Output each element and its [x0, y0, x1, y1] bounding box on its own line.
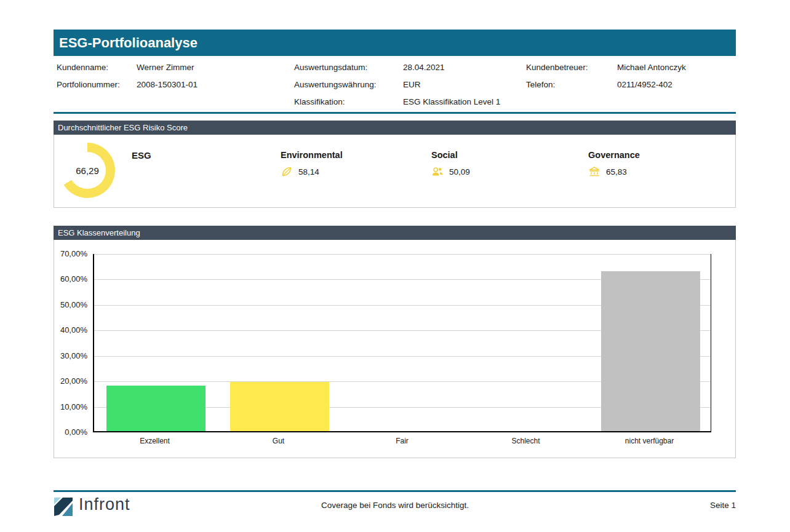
esg-score-body: 66,29 ESG Environmental 58,14 Social: [54, 135, 736, 208]
bar-chart-area: 70,00%60,00%50,00%40,00%30,00%20,00%10,0…: [54, 240, 736, 458]
info-value-auswertungsdatum: 28.04.2021: [403, 63, 526, 72]
x-tick-label: Schlecht: [464, 437, 588, 445]
bar-nicht-verf-gbar: [601, 271, 700, 431]
pillar-governance-label: Governance: [588, 150, 640, 160]
x-tick-label: Gut: [217, 437, 340, 445]
esg-score-section-header: Durchschnittlicher ESG Risiko Score: [54, 121, 736, 135]
x-tick-label: nicht verfügbar: [588, 437, 711, 445]
info-value-klassifikation: ESG Klassifikation Level 1: [403, 97, 526, 106]
y-tick-label: 50,00%: [54, 300, 87, 309]
esg-score-gauge-label: ESG: [132, 150, 151, 161]
pillar-social: Social 50,09: [431, 150, 470, 178]
y-tick-label: 60,00%: [54, 274, 87, 284]
portfolio-info: Kundenname: Werner Zimmer Auswertungsdat…: [54, 58, 736, 110]
x-tick-label: Fair: [340, 437, 464, 445]
y-tick-label: 40,00%: [54, 325, 87, 335]
esg-class-section-title: ESG Klassenverteilung: [58, 228, 140, 237]
info-value-telefon: 0211/4952-402: [617, 80, 736, 89]
info-value-kundenbetreuer: Michael Antonczyk: [617, 63, 736, 72]
pillar-governance-row: 65,83: [588, 165, 640, 178]
info-label-auswertungswaehrung: Auswertungswährung:: [294, 80, 403, 89]
info-label-klassifikation: Klassifikation:: [294, 97, 403, 106]
esg-score-gauge: 66,29: [60, 143, 115, 198]
info-label-kundenbetreuer: Kundenbetreuer:: [526, 63, 617, 72]
esg-class-section: ESG Klassenverteilung 70,00%60,00%50,00%…: [54, 226, 736, 458]
esg-score-gauge-value: 66,29: [60, 143, 115, 198]
info-value-portfolionummer: 2008-150301-01: [137, 80, 294, 89]
y-tick-label: 70,00%: [54, 249, 87, 258]
pillar-environmental: Environmental 58,14: [281, 150, 343, 178]
people-icon: [431, 165, 444, 178]
pillar-environmental-value: 58,14: [298, 167, 319, 177]
esg-score-section: Durchschnittlicher ESG Risiko Score 66,2…: [54, 121, 736, 208]
x-tick-label: Exzellent: [93, 437, 217, 445]
bar-chart-plot: [93, 254, 711, 432]
info-label-kundenname: Kundenname:: [57, 63, 137, 72]
info-label-portfolionummer: Portfolionummer:: [57, 80, 137, 89]
pillar-social-value: 50,09: [449, 167, 470, 177]
esg-class-section-header: ESG Klassenverteilung: [54, 226, 736, 240]
page-title: ESG-Portfolioanalyse: [59, 35, 198, 50]
info-label-auswertungsdatum: Auswertungsdatum:: [294, 63, 403, 72]
pillar-governance: Governance 65,83: [588, 150, 640, 178]
teal-divider: [54, 112, 736, 114]
y-tick-label: 10,00%: [54, 402, 87, 411]
y-tick-label: 0,00%: [54, 427, 87, 437]
bank-icon: [588, 165, 600, 178]
info-value-auswertungswaehrung: EUR: [403, 80, 526, 89]
bar-exzellent: [106, 386, 205, 431]
gridline: [94, 254, 711, 255]
pillar-social-label: Social: [431, 150, 470, 160]
pillar-social-row: 50,09: [431, 165, 470, 178]
info-value-kundenname: Werner Zimmer: [137, 63, 294, 72]
info-label-telefon: Telefon:: [526, 80, 617, 89]
y-tick-label: 20,00%: [54, 376, 87, 386]
esg-score-section-title: Durchschnittlicher ESG Risiko Score: [58, 123, 188, 132]
y-tick-label: 30,00%: [54, 351, 87, 360]
bar-gut: [230, 382, 329, 431]
footer-divider: [54, 490, 736, 492]
report-title-bar: ESG-Portfolioanalyse: [54, 30, 736, 56]
leaf-icon: [281, 165, 293, 178]
pillar-environmental-row: 58,14: [281, 165, 343, 178]
pillar-governance-value: 65,83: [606, 167, 627, 177]
page-number: Seite 1: [613, 501, 736, 510]
pillar-environmental-label: Environmental: [281, 150, 343, 160]
